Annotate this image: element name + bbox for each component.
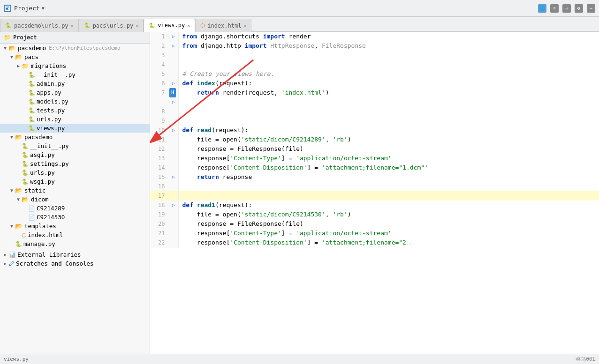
line-num-2: 2 (150, 41, 169, 51)
code-12[interactable]: response = FileResponse(file) (178, 144, 599, 154)
status-right: 菜鸟001 (576, 356, 595, 363)
tab-close-icon3[interactable]: ✕ (187, 23, 190, 28)
tab-views[interactable]: 🐍 views.py ✕ (144, 19, 195, 32)
project-title[interactable]: Project ▼ (14, 5, 45, 12)
tree-init-pd[interactable]: 🐍 __init__.py (0, 141, 150, 150)
tab-close-icon4[interactable]: ✕ (243, 23, 246, 28)
code-4[interactable] (178, 60, 599, 69)
tree-urls-pacs[interactable]: 🐍 urls.py (0, 115, 150, 124)
code-20[interactable]: response = FileResponse(file) (178, 219, 599, 229)
item-label-urls-pd: urls.py (30, 169, 55, 176)
code-16[interactable] (178, 182, 599, 191)
folder-pacs-icon: 📂 (15, 53, 23, 60)
no-arrow11 (15, 170, 22, 175)
tree-pacsdemo-pkg[interactable]: ▼ 📂 pacsdemo (0, 133, 150, 141)
line-num-11: 11 (150, 135, 169, 144)
gutter-5 (169, 69, 178, 79)
code-15[interactable]: return response (178, 172, 599, 182)
code-3[interactable] (178, 51, 599, 60)
code-19[interactable]: file = open('static/dicom/C9214530', 'rb… (178, 210, 599, 219)
code-2[interactable]: from django.http import HttpResponse, Fi… (178, 41, 599, 51)
code-17[interactable] (178, 191, 599, 201)
tab-pacs-urls2[interactable]: 🐍 pacs\urls.py ✕ (79, 19, 144, 32)
code-9[interactable] (178, 116, 599, 126)
app-logo (4, 5, 11, 12)
tree-ext-libraries[interactable]: ▶ 📊 External Libraries (0, 250, 150, 259)
split-icon[interactable]: ⇄ (562, 4, 571, 13)
tree-migrations[interactable]: ▶ 📁 migrations (0, 61, 150, 70)
tree-apps[interactable]: 🐍 apps.py (0, 88, 150, 97)
file-py-icon1: 🐍 (28, 72, 35, 78)
tab-label3: views.py (158, 22, 185, 29)
line-num-22: 22 (150, 238, 169, 248)
code-7[interactable]: return render(request, 'index.html') (178, 88, 599, 107)
globe-icon[interactable]: 🌐 (538, 4, 546, 13)
expand-arrow-pd-icon: ▼ (8, 134, 15, 140)
code-6[interactable]: def index(request): (178, 79, 599, 88)
tree-urls-pd[interactable]: 🐍 urls.py (0, 168, 150, 177)
item-label-init-pacs: __init__.py (37, 71, 76, 78)
tab-pacs-urls[interactable]: 🐍 pacsdemo\urls.py ✕ (0, 19, 79, 32)
gutter-15[interactable]: ▷ (169, 172, 178, 182)
item-label-templates: templates (24, 223, 56, 230)
tree-pacs[interactable]: ▼ 📂 pacs (0, 52, 150, 61)
line-num-1: 1 (150, 32, 169, 41)
tree-manage[interactable]: 🐍 manage.py (0, 239, 150, 248)
line-num-12: 12 (150, 144, 169, 154)
no-arrow16 (8, 241, 15, 246)
folder-open-icon: 📂 (8, 45, 16, 52)
tree-scratches[interactable]: ▶ 🖊 Scratches and Consoles (0, 259, 150, 268)
tab-close-icon[interactable]: ✕ (71, 23, 74, 28)
minimize-icon[interactable]: — (587, 4, 595, 13)
tree-wsgi[interactable]: 🐍 wsgi.py (0, 177, 150, 186)
code-10[interactable]: def read(request): (178, 126, 599, 135)
tree-c9214530[interactable]: 📄 C9214530 (0, 213, 150, 222)
tree-settings[interactable]: 🐍 settings.py (0, 159, 150, 168)
code-editor[interactable]: 1 ▷ from django.shortcuts import render … (150, 32, 599, 354)
gutter-1[interactable]: ▷ (169, 32, 178, 41)
line-num-3: 3 (150, 51, 169, 60)
item-label-apps: apps.py (37, 89, 61, 96)
code-14[interactable]: response['Content-Disposition'] = 'attac… (178, 163, 599, 172)
gutter-10[interactable]: ▷ (169, 126, 178, 135)
gutter-12 (169, 144, 178, 154)
code-11[interactable]: file = open('static/dicom/C9214289', 'rb… (178, 135, 599, 144)
code-21[interactable]: response['Content-Type'] = 'application/… (178, 229, 599, 238)
tree-dicom[interactable]: ▼ 📂 dicom (0, 195, 150, 204)
tab-label4: index.html (207, 22, 241, 29)
tree-tests[interactable]: 🐍 tests.py (0, 106, 150, 115)
item-label-migrations: migrations (31, 62, 66, 69)
item-label-dicom: dicom (31, 196, 49, 203)
code-22[interactable]: response['Content-Disposition'] = 'attac… (178, 238, 599, 248)
structure-icon[interactable]: ≡ (550, 4, 559, 13)
tree-asgi[interactable]: 🐍 asgi.py (0, 150, 150, 159)
gear-icon[interactable]: ⚙ (575, 4, 583, 13)
tab-index-html[interactable]: ⬡ index.html ✕ (195, 19, 251, 32)
dropdown-arrow-icon[interactable]: ▼ (42, 6, 45, 11)
expand-arrow-static-icon: ▼ (8, 188, 15, 193)
expand-arrow-migrations-icon: ▶ (15, 63, 22, 68)
tree-pacsdemo-root[interactable]: ▼ 📂 pacsdemo E:\PythonFiles\pacsdemo (0, 44, 150, 52)
code-8[interactable] (178, 107, 599, 116)
tree-templates[interactable]: ▼ 📂 templates (0, 222, 150, 230)
gutter-18[interactable]: ▷ (169, 201, 178, 210)
tree-views[interactable]: 🐍 views.py (0, 124, 150, 133)
code-13[interactable]: response['Content-Type'] = 'application/… (178, 154, 599, 163)
tree-index-html[interactable]: ⬡ index.html (0, 230, 150, 239)
gutter-arrow-7: ▷ (172, 99, 175, 104)
code-18[interactable]: def read1(request): (178, 201, 599, 210)
line-num-21: 21 (150, 229, 169, 238)
item-label-views: views.py (37, 125, 65, 132)
tab-close-icon2[interactable]: ✕ (136, 23, 138, 28)
gutter-7[interactable]: H ▷ (169, 88, 178, 107)
tree-static[interactable]: ▼ 📂 static (0, 186, 150, 195)
tree-admin[interactable]: 🐍 admin.py (0, 79, 150, 88)
line-num-18: 18 (150, 201, 169, 210)
tree-init-pacs[interactable]: 🐍 __init__.py (0, 70, 150, 79)
tree-c9214289[interactable]: 📄 C9214289 (0, 204, 150, 213)
gutter-6[interactable]: ▷ (169, 79, 178, 88)
tree-models[interactable]: 🐍 models.py (0, 97, 150, 106)
code-1[interactable]: from django.shortcuts import render (178, 32, 599, 41)
code-5[interactable]: # Create your views here. (178, 69, 599, 79)
gutter-2[interactable]: ▷ (169, 41, 178, 51)
